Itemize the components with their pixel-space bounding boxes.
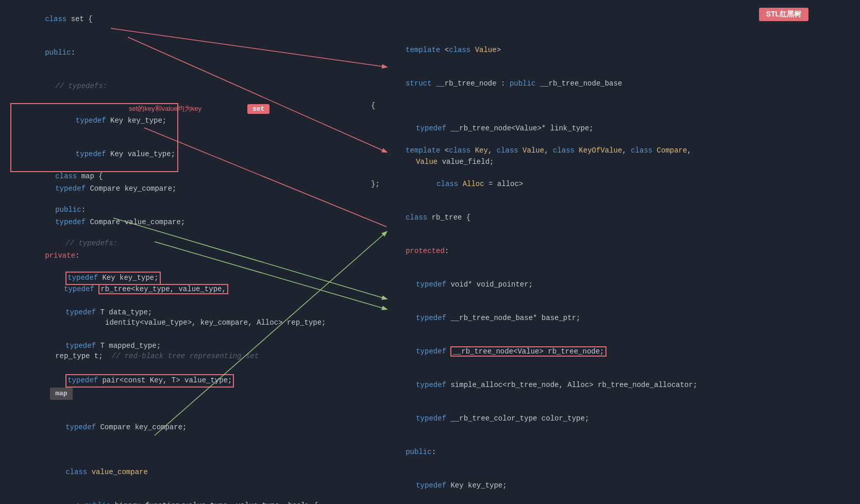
code-line: typedef __rb_tree_color_type color_type; (371, 402, 697, 436)
kw-public: public (510, 79, 535, 88)
code-text: binary_function<value_type, value_type, … (110, 501, 318, 504)
kw-typedef: typedef (416, 314, 446, 322)
code-line: typedef Key key_type; (371, 469, 697, 503)
highlight-rbtree-node: __rb_tree_node<Value> rb_tree_node; (450, 346, 606, 357)
kw-typedef: typedef (76, 116, 106, 125)
code-text: Key key_type; (98, 274, 159, 282)
code-line: : public binary_function<value_type, val… (10, 489, 357, 504)
code-text: T data_type; (96, 308, 152, 316)
code-text: , (622, 146, 631, 155)
code-text: Alloc (458, 180, 484, 188)
code-line: typedef Key key_type; (10, 260, 357, 296)
code-text: < (440, 146, 449, 155)
kw-class: class (553, 146, 575, 155)
code-text: __rb_tree_node_base (535, 79, 622, 88)
kw-typedef: typedef (65, 308, 96, 316)
code-text: __rb_tree_node : (432, 79, 510, 88)
code-text: : (445, 247, 449, 255)
code-comment: // typedefs: (65, 239, 117, 247)
code-text: template (406, 146, 440, 155)
code-line: { (371, 100, 622, 112)
code-text: __rb_tree_color_type color_type; (446, 414, 589, 423)
code-text: : (81, 206, 86, 214)
keyword-class: class (65, 468, 87, 476)
code-text: Key value_type; (106, 150, 175, 158)
main-container: class set { public: // typedefs: typedef… (0, 0, 860, 504)
kw-typedef: typedef (416, 347, 446, 356)
highlight-map-keytype: typedef Key key_type; (65, 272, 160, 285)
code-line: typedef pair<const Key, T> value_type; m… (10, 363, 357, 411)
code-line: // typedefs: (10, 70, 326, 103)
code-text: : (76, 501, 85, 504)
code-line: typedef Compare key_compare; (10, 411, 357, 445)
code-line: class rb_tree { (371, 201, 697, 234)
code-line: class value_compare (10, 456, 357, 489)
kw-class: class (497, 146, 518, 155)
set-annotation: set的key和value均为key (129, 104, 201, 113)
code-line: template <class Key, class Value, class … (371, 134, 697, 167)
left-panel: class set { public: // typedefs: typedef… (0, 0, 361, 504)
code-text: , (544, 146, 553, 155)
code-text: __rb_tree_node<Value>* link_type; (446, 124, 594, 132)
code-text: rb_tree { (427, 213, 470, 222)
rbtree-code-block: template <class Key, class Value, class … (371, 134, 697, 504)
code-line: typedef T mapped_type; (10, 329, 357, 363)
kw-struct: struct (406, 79, 431, 88)
code-text: Compare (652, 146, 687, 155)
code-text: template (406, 46, 440, 54)
code-text: value_compare (87, 468, 148, 476)
code-text: Compare key_compare; (96, 423, 187, 431)
kw-class: class (631, 146, 652, 155)
code-text: Value (518, 146, 544, 155)
code-text: __rb_tree_node_base* base_ptr; (446, 314, 580, 322)
code-text: simple_alloc<rb_tree_node, Alloc> rb_tre… (446, 381, 697, 389)
code-text: , (488, 146, 497, 155)
stl-title-badge: STL红黑树 (759, 8, 808, 21)
keyword-class: class (45, 15, 66, 23)
code-line: struct __rb_tree_node : public __rb_tree… (371, 67, 622, 100)
kw-typedef: typedef (76, 150, 106, 158)
code-text: Key key_type; (446, 481, 507, 490)
code-line: public: (10, 193, 357, 227)
code-text: Value (470, 46, 496, 54)
code-line: typedef T data_type; (10, 296, 357, 329)
code-text: KeyOfValue (575, 146, 622, 155)
code-line: typedef __rb_tree_node<Value> rb_tree_no… (371, 335, 697, 368)
kw-typedef: typedef (416, 414, 446, 423)
kw-typedef: typedef (65, 342, 96, 350)
code-line: class set { (10, 3, 326, 36)
code-line: typedef void* void_pointer; (371, 268, 697, 301)
right-panel: STL红黑树 template <class Value> struct __r… (361, 0, 860, 504)
code-text: public (406, 448, 431, 456)
code-text: T mapped_type; (96, 342, 161, 350)
code-text: : (432, 448, 436, 456)
keyword-class: class (55, 172, 77, 180)
highlight-map-valuetype: typedef pair<const Key, T> value_type; (65, 374, 234, 388)
kw-class: class (449, 46, 470, 54)
kw-typedef: typedef (416, 481, 446, 490)
code-text: = alloc> (484, 180, 524, 188)
code-text: void* void_pointer; (446, 280, 533, 289)
code-text: pair<const Key, T> value_type; (98, 376, 232, 384)
kw-typedef: typedef (416, 280, 446, 289)
code-line: protected: (371, 234, 697, 268)
kw-class: class (406, 213, 427, 222)
code-text: public (55, 206, 81, 214)
code-text: set { (66, 15, 92, 23)
code-text: > (497, 46, 501, 54)
kw-class: class (436, 180, 458, 188)
kw-typedef: typedef (65, 423, 96, 431)
map-code-block: class map { public: // typedefs: typedef… (10, 160, 357, 504)
set-badge: set (247, 104, 269, 114)
kw-typedef: typedef (68, 274, 98, 282)
code-text: : (71, 48, 75, 57)
code-line: public: (371, 436, 697, 469)
code-text: public (45, 48, 71, 57)
code-text: protected (406, 247, 445, 255)
kw-typedef: typedef (416, 381, 446, 389)
map-badge: map (50, 388, 72, 400)
code-text: < (440, 46, 449, 54)
kw-public: public (85, 501, 110, 504)
code-text: Key (470, 146, 488, 155)
code-comment: // typedefs: (55, 82, 107, 90)
